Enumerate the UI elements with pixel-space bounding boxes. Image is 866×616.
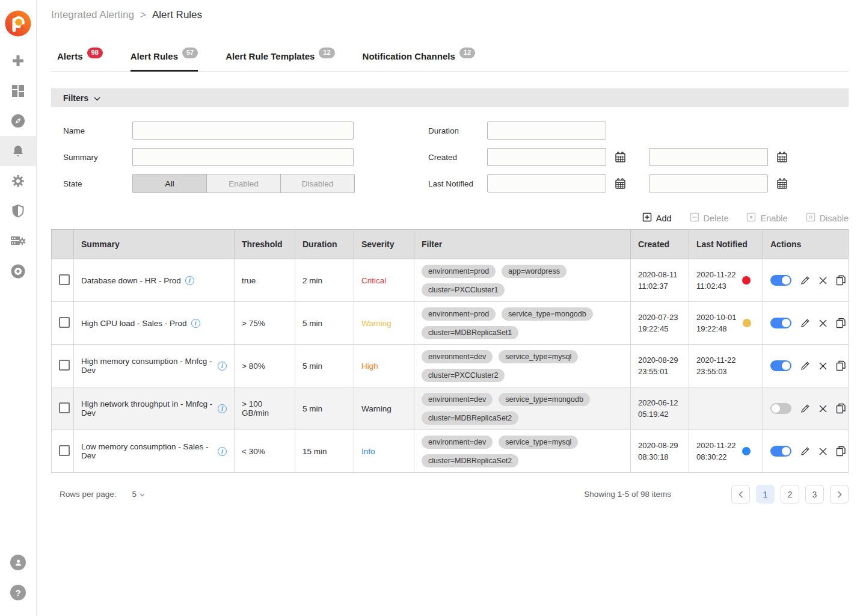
row-checkbox[interactable] [59, 274, 70, 285]
summary-filter-label: Summary [63, 153, 132, 162]
percona-logo-icon[interactable] [4, 10, 32, 37]
add-rule-button[interactable]: Add [642, 212, 672, 224]
filter-chip: environment=prod [422, 307, 496, 321]
delete-x-icon[interactable] [818, 362, 828, 371]
row-checkbox[interactable] [59, 317, 70, 328]
created-from-calendar-icon[interactable] [614, 151, 627, 164]
last-notified-to-input[interactable] [649, 174, 768, 192]
state-option-disabled[interactable]: Disabled [280, 174, 354, 192]
last-notified-to-calendar-icon[interactable] [776, 177, 788, 190]
rule-enabled-toggle[interactable] [770, 403, 791, 414]
edit-pencil-icon[interactable] [800, 446, 810, 457]
page-button-2[interactable]: 2 [781, 485, 799, 504]
breadcrumb-divider: > [140, 9, 146, 21]
severity-dot [742, 276, 751, 285]
name-filter-input[interactable] [132, 122, 354, 140]
edit-pencil-icon[interactable] [800, 361, 810, 371]
copy-icon[interactable] [836, 360, 846, 371]
explore-compass-icon[interactable] [0, 106, 36, 136]
rule-severity: High [354, 345, 414, 387]
disable-rule-button[interactable]: Disable [806, 212, 849, 224]
tab-alerts-badge: 98 [87, 48, 103, 58]
tab-alert-rule-templates-badge: 12 [319, 48, 334, 58]
copy-icon[interactable] [836, 275, 846, 286]
state-option-enabled[interactable]: Enabled [206, 174, 280, 192]
created-from-input[interactable] [487, 148, 606, 166]
column-header-actions: Actions [763, 230, 849, 259]
prev-page-button[interactable] [731, 485, 750, 504]
add-icon[interactable] [0, 46, 36, 76]
rule-duration: 5 min [295, 345, 354, 387]
delete-rule-button[interactable]: Delete [690, 212, 729, 224]
info-icon[interactable] [185, 276, 194, 285]
last-notified-timestamp: 2020-11-2211:02:43 [696, 269, 736, 292]
filter-chip: cluster=MDBReplicaSet1 [422, 326, 518, 339]
dashboards-icon[interactable] [0, 76, 36, 106]
created-timestamp: 2020-08-2908:30:18 [638, 440, 681, 463]
rows-per-page-select[interactable]: 5 [132, 490, 146, 499]
tab-alerts[interactable]: Alerts 98 [57, 51, 103, 72]
rule-enabled-toggle[interactable] [770, 446, 791, 457]
summary-filter-input[interactable] [132, 148, 354, 166]
services-config-icon[interactable] [0, 226, 36, 256]
rows-per-page-label: Rows per page: [60, 490, 117, 499]
created-to-calendar-icon[interactable] [776, 151, 788, 164]
page-button-1[interactable]: 1 [756, 485, 775, 504]
disable-square-circle-icon [806, 212, 815, 224]
sidebar [0, 0, 37, 616]
copy-icon[interactable] [836, 403, 846, 414]
delete-x-icon[interactable] [818, 319, 828, 328]
rule-summary: High memory consumption - Mnfcg - Dev [81, 357, 213, 375]
delete-square-minus-icon [690, 212, 699, 224]
rule-threshold: > 80% [235, 345, 295, 387]
rule-enabled-toggle[interactable] [770, 318, 791, 328]
row-checkbox[interactable] [59, 402, 70, 413]
next-page-button[interactable] [830, 485, 849, 504]
last-notified-from-calendar-icon[interactable] [614, 177, 627, 190]
breadcrumb-section[interactable]: Integrated Alerting [51, 9, 134, 21]
user-avatar-icon[interactable] [10, 555, 26, 570]
table-toolbar: Add Delete Enable [51, 212, 849, 224]
info-icon[interactable] [218, 362, 227, 371]
chevron-down-icon [94, 93, 100, 103]
rule-enabled-toggle[interactable] [770, 275, 791, 286]
edit-pencil-icon[interactable] [800, 318, 810, 328]
page-button-3[interactable]: 3 [805, 485, 824, 504]
last-notified-from-input[interactable] [487, 174, 606, 192]
enable-rule-button[interactable]: Enable [746, 212, 787, 224]
table-row: Low memory consumption - Sales - Dev < 3… [52, 430, 849, 473]
main-content: Integrated Alerting > Alert Rules Alerts… [37, 0, 866, 616]
created-to-input[interactable] [649, 148, 768, 166]
tab-alert-rule-templates[interactable]: Alert Rule Templates 12 [226, 51, 334, 72]
row-checkbox[interactable] [59, 445, 70, 456]
info-icon[interactable] [218, 404, 227, 413]
state-option-all[interactable]: All [133, 174, 206, 192]
delete-x-icon[interactable] [818, 404, 828, 413]
delete-x-icon[interactable] [818, 276, 828, 285]
severity-dot [742, 362, 751, 370]
rule-enabled-toggle[interactable] [770, 360, 791, 371]
enable-square-dot-icon [746, 212, 756, 224]
info-icon[interactable] [191, 319, 200, 328]
tab-notification-channels[interactable]: Notification Channels 12 [363, 51, 475, 72]
security-shield-icon[interactable] [0, 196, 36, 226]
edit-pencil-icon[interactable] [800, 276, 810, 286]
alerting-bell-icon[interactable] [0, 136, 36, 166]
row-checkbox[interactable] [59, 360, 70, 371]
copy-icon[interactable] [836, 446, 846, 457]
filter-chip: cluster=MDBReplicaSet2 [422, 454, 518, 467]
add-rule-label: Add [656, 214, 672, 223]
rule-duration: 15 min [295, 430, 354, 473]
tab-alert-rules[interactable]: Alert Rules 57 [131, 51, 198, 72]
filters-title: Filters [63, 93, 88, 103]
info-icon[interactable] [218, 447, 227, 456]
help-icon[interactable] [10, 585, 26, 600]
delete-x-icon[interactable] [818, 447, 828, 456]
rule-severity: Critical [354, 259, 414, 302]
target-icon[interactable] [0, 256, 36, 286]
filters-header[interactable]: Filters [51, 88, 849, 107]
edit-pencil-icon[interactable] [800, 404, 810, 414]
settings-gear-icon[interactable] [0, 166, 36, 196]
copy-icon[interactable] [836, 318, 846, 328]
duration-filter-input[interactable] [487, 122, 606, 140]
